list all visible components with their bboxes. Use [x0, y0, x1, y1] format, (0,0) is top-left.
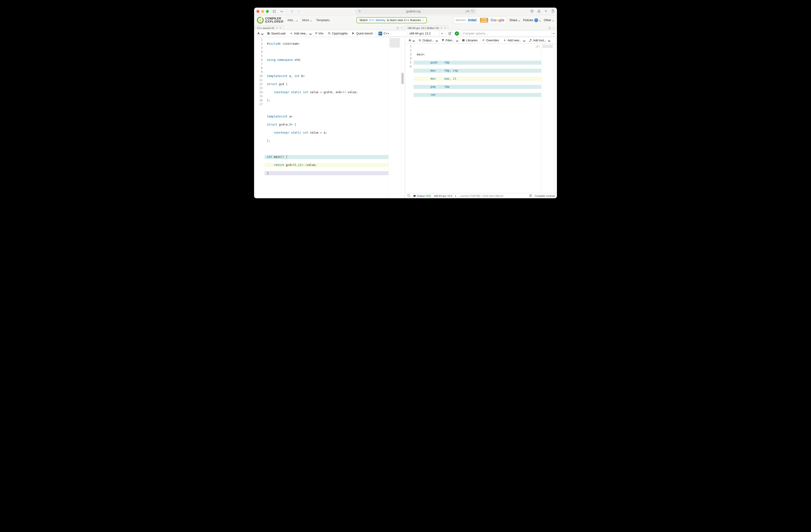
- nav-back-button[interactable]: [289, 9, 295, 14]
- address-bar[interactable]: godbolt.org ⇄A: [356, 9, 477, 14]
- source-toolbar: A Save/Load Add new... VVim: [254, 30, 404, 37]
- chevron-down-icon: [296, 19, 298, 21]
- tab-close-icon[interactable]: ×: [444, 27, 446, 29]
- share-icon[interactable]: [537, 9, 541, 14]
- output-menu[interactable]: Output...: [416, 38, 439, 43]
- add-new-button[interactable]: Add new...: [288, 31, 313, 36]
- svg-rect-12: [463, 39, 463, 41]
- menu-templates[interactable]: Templates: [316, 18, 330, 22]
- edit-icon[interactable]: [441, 27, 443, 29]
- browser-window: godbolt.org ⇄A: [254, 7, 557, 198]
- sidebar-toggle-icon[interactable]: [271, 9, 277, 14]
- menu-add[interactable]: Add...: [287, 18, 299, 22]
- chevron-down-icon: [518, 19, 520, 21]
- source-tab[interactable]: C++ source #1 ×: [255, 26, 283, 30]
- pane-close-icon[interactable]: [400, 27, 403, 30]
- app-header: ≡ COMPILER EXPLORER Add... More Template…: [254, 15, 557, 25]
- svg-point-9: [328, 32, 330, 34]
- svg-rect-11: [462, 39, 463, 41]
- asm-gutter: 123456: [406, 44, 414, 193]
- cppinsights-button[interactable]: CppInsights: [326, 31, 350, 36]
- pane-maximize-icon[interactable]: [396, 27, 399, 30]
- asm-toolbar: A Output... Filter... Libraries: [406, 37, 557, 44]
- source-pane: A Save/Load Add new... VVim: [254, 30, 404, 198]
- cpp-icon: ++: [378, 32, 382, 35]
- edit-icon[interactable]: [276, 27, 278, 29]
- tab-close-icon[interactable]: ×: [279, 27, 281, 29]
- chevron-down-icon: [552, 19, 554, 21]
- asm-minimap[interactable]: [541, 44, 554, 193]
- recompile-icon[interactable]: [408, 194, 410, 198]
- pane-close-icon[interactable]: [552, 27, 555, 30]
- svg-rect-6: [549, 27, 550, 29]
- compiler-select[interactable]: x86-64 gcc 13.2: [407, 31, 445, 36]
- svg-point-10: [419, 40, 420, 41]
- compiler-toolbar: x86-64 gcc 13.2 Compiler options...: [406, 30, 557, 37]
- font-size-button[interactable]: A: [256, 31, 264, 36]
- hdr-policies[interactable]: Policies ⓘ: [523, 18, 541, 22]
- overrides-button[interactable]: Overrides: [480, 38, 501, 43]
- close-window-button[interactable]: [257, 10, 259, 13]
- browser-titlebar: godbolt.org ⇄A: [254, 7, 557, 15]
- promo-banner: Watch C++ Weekly to learn new C++ featur…: [356, 17, 427, 23]
- sponsors-box[interactable]: Sponsors intel. SolidSands Google: [454, 17, 507, 24]
- tabs-icon[interactable]: [551, 9, 554, 14]
- quickbench-button[interactable]: Quick-bench: [350, 31, 375, 36]
- site-logo[interactable]: ≡ COMPILER EXPLORER: [257, 17, 284, 24]
- asm-viewer[interactable]: 123456 [F! main: push rbp mov rbp, rsp m…: [406, 44, 557, 193]
- popout-button[interactable]: [447, 31, 453, 36]
- compiler-pane: x86-64 gcc 13.2 Compiler options...: [406, 30, 557, 198]
- chevron-down-icon: [539, 19, 541, 21]
- asm-decoration: [F!: [536, 45, 540, 49]
- compiler-options-input[interactable]: Compiler options...: [461, 31, 550, 36]
- status-compiler: x86-64 gcc 13.2: [434, 195, 452, 197]
- compile-status-ok-icon: [455, 31, 459, 36]
- sponsor-intel: intel.: [468, 18, 477, 22]
- promo-close-icon[interactable]: ×: [423, 18, 424, 22]
- svg-rect-14: [413, 195, 415, 197]
- save-load-button[interactable]: Save/Load: [265, 31, 287, 36]
- reload-icon[interactable]: [471, 10, 474, 13]
- minimize-window-button[interactable]: [261, 10, 264, 13]
- zoom-window-button[interactable]: [266, 10, 269, 13]
- font-size-button[interactable]: A: [407, 38, 416, 43]
- compiler-license[interactable]: Compiler License: [535, 195, 555, 197]
- hdr-share[interactable]: Share: [509, 18, 520, 22]
- vim-button[interactable]: VVim: [313, 31, 325, 36]
- sidebar-menu-caret[interactable]: [280, 9, 284, 14]
- policies-badge-icon: ⓘ: [534, 18, 538, 22]
- info-icon[interactable]: i: [455, 195, 456, 197]
- add-new-button[interactable]: Add new...: [501, 38, 526, 43]
- window-controls: [257, 10, 269, 13]
- chevron-down-icon: [310, 19, 312, 21]
- minimap[interactable]: [388, 37, 401, 198]
- downloads-icon[interactable]: [530, 9, 534, 14]
- menu-more[interactable]: More: [302, 18, 312, 22]
- libraries-button[interactable]: Libraries: [460, 38, 479, 43]
- filter-menu[interactable]: Filter...: [440, 38, 460, 43]
- pane-maximize-icon[interactable]: [548, 27, 551, 30]
- new-tab-icon[interactable]: [544, 9, 548, 14]
- compiler-options-menu[interactable]: [552, 31, 555, 36]
- source-editor[interactable]: 123456789 1011121314151617 #include <ios…: [254, 37, 404, 198]
- license-icon[interactable]: [529, 194, 532, 198]
- sponsor-google: Google: [491, 18, 505, 22]
- compiler-tab[interactable]: x86-64 gcc 13.2 (Editor #1) ×: [406, 26, 448, 30]
- svg-rect-0: [273, 10, 276, 12]
- url-text: godbolt.org: [363, 10, 464, 13]
- output-toggle[interactable]: Output (0/0): [413, 195, 431, 197]
- add-tool-button[interactable]: Add tool...: [527, 38, 551, 43]
- vertical-scrollbar[interactable]: [401, 37, 404, 198]
- line-gutter: 123456789 1011121314151617: [254, 37, 264, 198]
- svg-rect-7: [268, 32, 269, 33]
- compiler-statusbar: Output (0/0) x86-64 gcc 13.2 i - cached …: [406, 193, 557, 198]
- svg-rect-5: [397, 27, 398, 29]
- svg-rect-8: [268, 33, 269, 34]
- logo-icon: ≡: [257, 17, 264, 24]
- hdr-other[interactable]: Other: [544, 18, 554, 22]
- translate-icon[interactable]: ⇄A: [465, 10, 470, 13]
- nav-forward-button[interactable]: [296, 9, 302, 14]
- promo-link[interactable]: C++ Weekly: [369, 18, 385, 22]
- asm-vertical-scrollbar[interactable]: [554, 44, 557, 193]
- pane-tabstrip: C++ source #1 × x86-64 gcc 13.2 (Editor …: [254, 25, 557, 30]
